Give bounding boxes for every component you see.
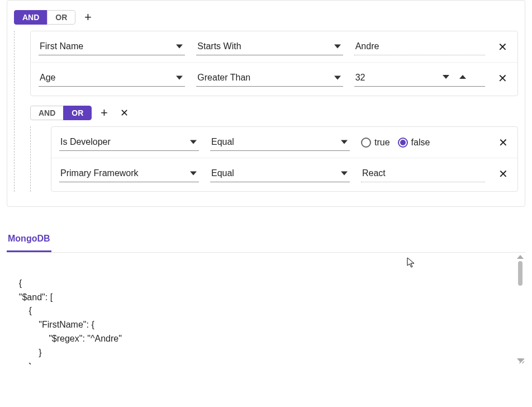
value-input[interactable]: Andre (354, 38, 485, 55)
rules-tree: Is Developer Equal true (30, 126, 518, 192)
query-builder: AND OR + First Name Starts With Andre ✕ (7, 0, 525, 207)
operator-label: Greater Than (197, 73, 250, 82)
tab-mongodb[interactable]: MongoDB (7, 229, 51, 252)
value-label: React (362, 168, 386, 178)
resize-grip-icon[interactable] (517, 357, 524, 363)
value-column: Andre (354, 38, 485, 55)
subgroup: AND OR + ✕ Is Developer Equal (30, 105, 518, 192)
output-section: MongoDB { "$and": [ { "FirstName": { "$r… (7, 229, 525, 365)
field-select[interactable]: Primary Framework (59, 165, 199, 182)
field-select[interactable]: Is Developer (59, 134, 199, 151)
code-output[interactable]: { "$and": [ { "FirstName": { "$regex": "… (7, 253, 525, 365)
field-select[interactable]: First Name (39, 38, 185, 55)
add-icon[interactable]: + (96, 105, 112, 121)
chevron-down-icon (176, 76, 183, 80)
rule-row: Is Developer Equal true (51, 127, 517, 151)
operator-select[interactable]: Starts With (196, 38, 343, 55)
code-text: { "$and": [ { "FirstName": { "$regex": "… (9, 278, 122, 365)
value-label: 32 (355, 73, 365, 82)
condition-segment: AND OR (14, 10, 75, 25)
rule-row: Primary Framework Equal React ✕ (51, 158, 517, 191)
rule-row: Age Greater Than 32 ✕ (31, 62, 517, 96)
rules-container: Is Developer Equal true (51, 126, 518, 192)
rule-row: First Name Starts With Andre ✕ (31, 31, 517, 55)
chevron-down-icon (334, 76, 341, 80)
field-label: First Name (40, 41, 83, 51)
chevron-down-icon (341, 140, 348, 144)
radio-label: false (411, 138, 430, 148)
number-input[interactable]: 32 (354, 69, 485, 87)
add-icon[interactable]: + (80, 10, 96, 25)
chevron-down-icon (190, 172, 197, 176)
chevron-down-icon (341, 172, 348, 176)
and-button[interactable]: AND (14, 10, 47, 25)
field-label: Primary Framework (60, 168, 139, 178)
scrollbar[interactable] (515, 253, 525, 365)
close-icon[interactable]: ✕ (496, 40, 510, 54)
value-column: true false (361, 138, 485, 148)
chevron-down-icon (334, 45, 341, 49)
value-select[interactable]: React (361, 165, 485, 182)
close-icon[interactable]: ✕ (116, 105, 132, 121)
radio-false[interactable]: false (398, 138, 430, 148)
rules-tree: First Name Starts With Andre ✕ Age (14, 31, 518, 192)
and-button[interactable]: AND (30, 106, 63, 120)
tab-bar: MongoDB (7, 229, 525, 253)
condition-segment: AND OR (30, 106, 92, 120)
or-button[interactable]: OR (47, 10, 75, 25)
chevron-down-icon (176, 45, 183, 49)
group-header: AND OR + ✕ (30, 105, 518, 121)
increment-icon[interactable] (459, 75, 466, 79)
radio-true[interactable]: true (361, 138, 390, 148)
field-label: Age (40, 73, 55, 82)
field-label: Is Developer (60, 137, 111, 146)
field-select[interactable]: Age (39, 69, 185, 87)
operator-label: Equal (211, 137, 234, 146)
rules-container: First Name Starts With Andre ✕ Age (30, 31, 518, 96)
operator-select[interactable]: Equal (210, 165, 350, 182)
value-column: React (361, 165, 485, 182)
operator-select[interactable]: Greater Than (196, 69, 343, 87)
operator-label: Starts With (197, 41, 241, 51)
decrement-icon[interactable] (443, 75, 449, 79)
number-spinner[interactable] (443, 70, 466, 79)
close-icon[interactable]: ✕ (496, 136, 510, 149)
scroll-thumb[interactable] (518, 261, 522, 286)
close-icon[interactable]: ✕ (496, 167, 510, 181)
scroll-up-icon[interactable] (517, 255, 524, 259)
group-header: AND OR + (14, 10, 518, 25)
or-button[interactable]: OR (63, 106, 92, 120)
radio-icon (398, 138, 408, 148)
chevron-down-icon (190, 140, 197, 144)
value-column: 32 (354, 69, 485, 87)
operator-label: Equal (211, 168, 234, 178)
radio-label: true (374, 138, 390, 148)
radio-icon (361, 138, 371, 148)
close-icon[interactable]: ✕ (496, 72, 510, 85)
operator-select[interactable]: Equal (210, 134, 350, 151)
